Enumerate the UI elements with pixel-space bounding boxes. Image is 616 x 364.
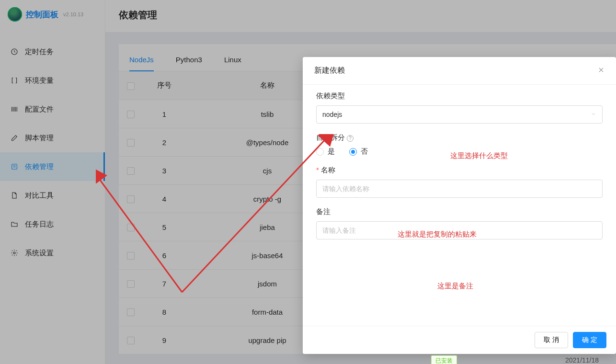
chevron-down-icon: [591, 111, 596, 118]
name-label: 名称: [316, 166, 603, 175]
remark-label: 备注: [316, 207, 603, 216]
type-label: 依赖类型: [316, 91, 603, 101]
question-icon[interactable]: ?: [347, 135, 354, 142]
remark-input-wrap: [316, 221, 603, 239]
name-input-wrap: [316, 180, 603, 198]
modal-footer: 取 消 确 定: [303, 326, 616, 354]
close-icon[interactable]: [598, 67, 605, 75]
type-select[interactable]: nodejs: [316, 105, 603, 124]
field-remark: 备注: [316, 207, 603, 239]
new-dependency-modal: 新建依赖 依赖类型 nodejs 自动拆分? 是 否 名称: [303, 57, 616, 354]
radio-no[interactable]: 否: [349, 147, 368, 156]
field-type: 依赖类型 nodejs: [316, 91, 603, 124]
cancel-button[interactable]: 取 消: [535, 332, 568, 348]
row-date: 2021/11/18: [565, 356, 599, 364]
remark-input[interactable]: [322, 222, 596, 239]
field-split: 自动拆分? 是 否: [316, 133, 603, 156]
radio-yes[interactable]: 是: [316, 147, 335, 156]
name-input[interactable]: [322, 180, 596, 197]
modal-body: 依赖类型 nodejs 自动拆分? 是 否 名称 备注: [303, 85, 616, 326]
type-value: nodejs: [322, 111, 342, 118]
field-name: 名称: [316, 166, 603, 198]
modal-header: 新建依赖: [303, 57, 616, 85]
split-radio-group: 是 否: [316, 147, 603, 156]
modal-title: 新建依赖: [314, 66, 345, 76]
status-badge: 已安装: [431, 355, 457, 364]
ok-button[interactable]: 确 定: [573, 332, 606, 348]
split-label: 自动拆分?: [316, 133, 603, 142]
